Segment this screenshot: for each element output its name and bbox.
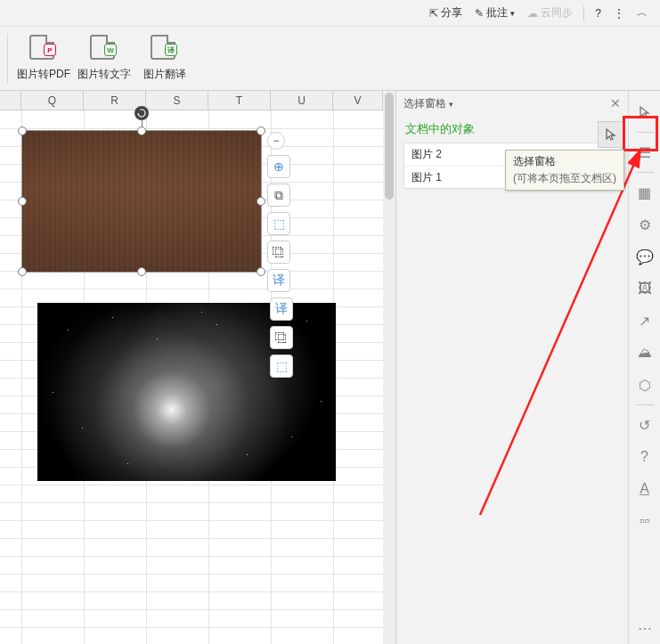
copy-tool[interactable]: ⿻ xyxy=(267,240,290,264)
resize-handle[interactable] xyxy=(257,197,265,206)
table-icon[interactable]: ▦ xyxy=(632,180,657,205)
col-header[interactable]: T xyxy=(208,91,271,110)
scroll-thumb[interactable] xyxy=(385,93,394,200)
resize-handle[interactable] xyxy=(18,267,27,276)
chat-icon[interactable]: 💬 xyxy=(632,244,657,269)
comment-label: 批注 xyxy=(486,5,508,20)
col-header[interactable]: S xyxy=(146,91,208,110)
picture-icon[interactable]: ⛰ xyxy=(632,340,657,365)
side-toolbar: ☰ ▦ ⚙ 💬 🖼 ↗ ⛰ ⬡ ↺ ? A ▫▫ ⋯ xyxy=(628,91,660,644)
chevron-down-icon[interactable]: ▾ xyxy=(449,100,453,109)
copy-tool[interactable]: ⿻ xyxy=(270,326,293,349)
image-to-text-button[interactable]: W 图片转文字 xyxy=(76,30,133,87)
col-header[interactable]: V xyxy=(333,91,383,110)
resize-handle[interactable] xyxy=(257,126,265,135)
apps-icon[interactable]: ▫▫ xyxy=(632,509,657,534)
cloud-sync-button[interactable]: ☁ 云同步 xyxy=(522,3,578,23)
history-icon[interactable]: ↺ xyxy=(632,412,657,437)
ocr-label: 图片转文字 xyxy=(77,67,131,82)
panel-subtitle: 文档中的对象 xyxy=(396,116,628,143)
separator xyxy=(636,172,654,173)
selection-pane-toggle[interactable] xyxy=(598,121,624,148)
select-tool[interactable]: ⬚ xyxy=(267,212,290,235)
vertical-scrollbar[interactable] xyxy=(383,91,395,644)
translate-tool[interactable]: 译 xyxy=(267,269,290,292)
cell-grid[interactable]: − ⊕ ⧉ ⬚ ⿻ 译 译 ⿻ ⬚ xyxy=(0,110,395,644)
tooltip-desc: (可将本页拖至文档区) xyxy=(513,171,616,186)
pdf-label: 图片转PDF xyxy=(17,67,70,82)
close-panel-button[interactable]: ✕ xyxy=(610,96,621,110)
chevron-up-icon: ︿ xyxy=(637,5,648,20)
crop-tool[interactable]: ⧉ xyxy=(267,183,290,207)
help-icon: ? xyxy=(595,7,601,20)
panel-title: 选择窗格 ▾ xyxy=(403,96,453,111)
layout-tool[interactable]: ⬚ xyxy=(270,355,293,378)
font-icon[interactable]: A xyxy=(632,477,657,501)
share-button[interactable]: ⇱ 分享 xyxy=(424,3,468,23)
help-button[interactable]: ? xyxy=(590,4,607,22)
image-lib-icon[interactable]: 🖼 xyxy=(632,276,657,301)
image-to-pdf-button[interactable]: P 图片转PDF xyxy=(15,30,72,87)
image-object-1-selected[interactable] xyxy=(21,130,262,273)
resize-handle[interactable] xyxy=(137,267,146,276)
cursor-tool[interactable] xyxy=(632,100,657,125)
spreadsheet-area[interactable]: Q R S T U V xyxy=(0,91,396,644)
cloud-label: 云同步 xyxy=(541,5,573,20)
settings-icon[interactable]: ⚙ xyxy=(632,212,657,237)
collapse-tool[interactable]: − xyxy=(267,132,285,150)
shield-icon[interactable]: ⬡ xyxy=(632,372,657,397)
divider xyxy=(7,34,8,84)
resize-handle[interactable] xyxy=(257,267,265,276)
floating-image-tools-2: 译 ⿻ ⬚ xyxy=(270,298,293,378)
col-header-blank[interactable] xyxy=(0,91,21,110)
separator xyxy=(583,6,584,20)
tooltip-title: 选择窗格 xyxy=(513,154,616,169)
translate-label: 图片翻译 xyxy=(143,67,186,82)
image-translate-button[interactable]: 译 图片翻译 xyxy=(136,30,193,87)
share-icon: ⇱ xyxy=(429,7,438,20)
separator xyxy=(636,404,654,405)
translate-icon: 译 xyxy=(151,35,179,63)
column-headers: Q R S T U V xyxy=(0,91,395,110)
collapse-ribbon-button[interactable]: ︿ xyxy=(631,3,653,23)
comment-icon: ✎ xyxy=(475,7,484,20)
translate-tool[interactable]: 译 xyxy=(270,298,293,321)
separator xyxy=(636,132,654,133)
panel-header: 选择窗格 ▾ ✕ xyxy=(396,91,628,116)
chevron-down-icon: ▾ xyxy=(510,9,515,18)
ribbon-toolbar: P 图片转PDF W 图片转文字 译 图片翻译 xyxy=(0,27,660,91)
more-icon: ⋮ xyxy=(614,7,624,20)
rotate-handle[interactable] xyxy=(134,106,149,120)
col-header[interactable]: U xyxy=(271,91,333,110)
resize-handle[interactable] xyxy=(137,126,146,135)
pdf-icon: P xyxy=(29,35,58,63)
title-bar: ⇱ 分享 ✎ 批注 ▾ ☁ 云同步 ? ⋮ ︿ xyxy=(0,0,660,27)
help-icon[interactable]: ? xyxy=(632,444,657,469)
comment-button[interactable]: ✎ 批注 ▾ xyxy=(469,3,520,23)
share-label: 分享 xyxy=(441,5,462,20)
menu-icon[interactable]: ☰ xyxy=(632,140,657,165)
more-button[interactable]: ⋮ xyxy=(608,4,630,22)
resize-handle[interactable] xyxy=(18,197,27,206)
tooltip: 选择窗格 (可将本页拖至文档区) xyxy=(505,150,624,191)
floating-image-tools: − ⊕ ⧉ ⬚ ⿻ 译 xyxy=(267,132,290,292)
cloud-icon: ☁ xyxy=(527,7,538,20)
export-icon[interactable]: ↗ xyxy=(632,308,657,333)
wood-texture xyxy=(22,131,261,272)
resize-handle[interactable] xyxy=(18,126,27,135)
ocr-icon: W xyxy=(90,35,118,63)
zoom-tool[interactable]: ⊕ xyxy=(267,155,290,178)
col-header[interactable]: Q xyxy=(21,91,84,110)
more-icon[interactable]: ⋯ xyxy=(632,615,657,640)
